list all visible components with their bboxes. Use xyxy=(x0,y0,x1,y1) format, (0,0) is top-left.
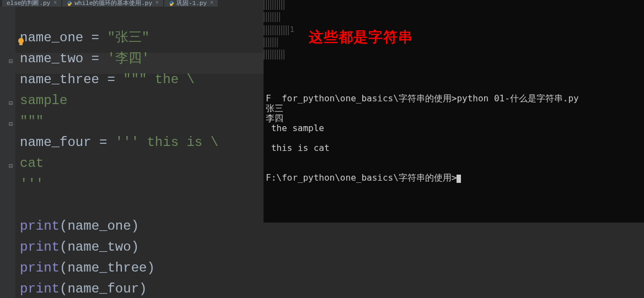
lightbulb-icon[interactable] xyxy=(17,37,25,46)
terminal-output: F for_python\one_basics\字符串的使用>python 01… xyxy=(266,84,579,183)
python-icon xyxy=(169,1,174,6)
code-text: (name_four) xyxy=(60,281,147,296)
fn-call: print xyxy=(20,281,60,296)
code-content: name_one = "张三" name_two = '李四' name_thr… xyxy=(20,7,218,298)
terminal-artifact: 1 xyxy=(264,0,291,62)
code-text: name_four = xyxy=(20,135,115,150)
string-literal: "张三" xyxy=(107,30,149,45)
close-icon[interactable]: × xyxy=(53,1,57,6)
terminal-line: 李四 xyxy=(266,113,283,123)
file-label: else的判断.py xyxy=(7,1,50,6)
svg-rect-0 xyxy=(19,44,23,45)
editor-tabs: else的判断.py × while的循环的基本使用.py × 巩固-1.py … xyxy=(0,0,218,7)
string-literal: ''' this is \ xyxy=(115,135,218,150)
fold-handle-icon[interactable]: ⊟ xyxy=(9,120,14,128)
fn-call: print xyxy=(20,219,60,234)
python-icon xyxy=(67,1,72,6)
close-icon[interactable]: × xyxy=(155,1,159,6)
file-label: while的循环的基本使用.py xyxy=(74,1,152,6)
editor-gutter: ⊟ ⊟ ⊟ ⊟ xyxy=(0,7,15,298)
string-literal: ''' xyxy=(20,177,44,192)
tab-while[interactable]: while的循环的基本使用.py × xyxy=(62,0,163,7)
code-text: (name_two) xyxy=(60,240,139,254)
fn-call: print xyxy=(20,240,60,254)
file-label: 巩固-1.py xyxy=(176,1,207,6)
string-literal: '李四' xyxy=(107,51,149,66)
terminal-cursor xyxy=(457,175,461,183)
code-text: name_two = xyxy=(20,51,107,66)
tab-gonggu[interactable]: 巩固-1.py × xyxy=(164,0,218,7)
fn-call: print xyxy=(20,261,60,275)
code-editor[interactable]: name_one = "张三" name_two = '李四' name_thr… xyxy=(0,7,264,298)
artifact-number: 1 xyxy=(290,24,294,34)
fold-handle-icon[interactable]: ⊟ xyxy=(9,99,14,107)
code-text: (name_three) xyxy=(60,261,155,275)
code-text: (name_one) xyxy=(60,219,139,234)
fold-handle-icon[interactable]: ⊟ xyxy=(9,57,14,66)
tab-else[interactable]: else的判断.py × xyxy=(2,0,61,7)
terminal-prompt: F:\for_python\one_basics\字符串的使用> xyxy=(266,172,457,183)
terminal-line: this is cat xyxy=(266,143,330,153)
annotation-overlay: 这些都是字符串 xyxy=(309,28,413,47)
string-literal: """ the \ xyxy=(123,72,195,87)
string-literal: sample xyxy=(20,93,67,108)
close-icon[interactable]: × xyxy=(210,1,213,6)
string-literal: """ xyxy=(20,114,44,129)
terminal-line: F for_python\one_basics\字符串的使用>python 01… xyxy=(266,93,579,104)
terminal-line: 张三 xyxy=(266,103,283,113)
code-text: name_one = xyxy=(20,30,107,45)
fold-handle-icon[interactable]: ⊟ xyxy=(9,162,14,170)
string-literal: cat xyxy=(20,156,44,171)
code-text: name_three = xyxy=(20,72,123,87)
terminal-line: the sample xyxy=(266,123,324,133)
